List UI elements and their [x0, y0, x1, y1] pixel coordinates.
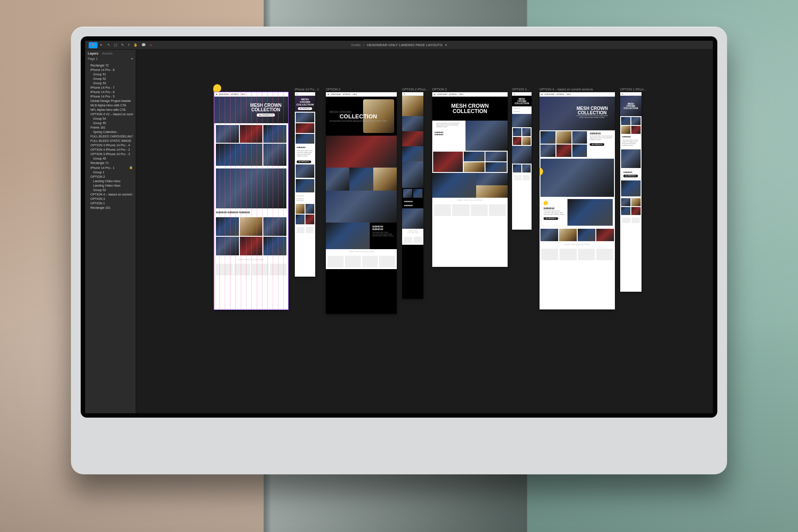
- imac-monitor: ▾ ↖ ▢ ✎ T ✋ 💬 ⟡ Drafts / HEADWEAR ONLY L…: [71, 27, 727, 474]
- layer-row[interactable]: iPhone 14 Pro - 1🔒: [88, 165, 133, 170]
- breadcrumb-folder[interactable]: Drafts: [351, 43, 360, 47]
- layer-row[interactable]: iPhone 14 Pro - 6: [88, 90, 133, 94]
- layer-row[interactable]: Rectangle 72: [88, 63, 133, 67]
- tab-assets[interactable]: Assets: [102, 51, 113, 55]
- page-selector[interactable]: Page 1▾: [88, 57, 133, 61]
- layer-row[interactable]: OPTION 4 iPhone 14 Pro - 2: [88, 148, 133, 152]
- artboard-label[interactable]: OPTION 3…: [512, 88, 530, 91]
- imac-chin: [71, 418, 727, 474]
- layer-row[interactable]: Group 45: [88, 156, 133, 160]
- figma-logo-icon: [91, 43, 95, 47]
- mock-hero: MESH CROWN COLLECTION ALL PRODUCTS: [214, 97, 288, 123]
- svg-rect-0: [92, 43, 94, 44]
- figma-titlebar: ▾ ↖ ▢ ✎ T ✋ 💬 ⟡ Drafts / HEADWEAR ONLY L…: [85, 41, 713, 50]
- layer-row[interactable]: FULL BLEED CAROUSEL/AUTO ROTATE: [88, 134, 133, 138]
- artboard-label[interactable]: OPTION 3: [432, 88, 447, 91]
- artboard-option-3-mobile[interactable]: ◆ MESH CROWNCOLLECTION SUBHEAD SUBHEAD: [512, 92, 532, 230]
- layer-row[interactable]: Group 1: [88, 170, 133, 174]
- artboard-option-4[interactable]: ◆HEADWEARAPPARELSALE MESH CROWN COLLECTI…: [540, 92, 615, 309]
- artboard-label[interactable]: OPTION 2 iPhon…: [402, 88, 429, 91]
- layer-row[interactable]: iPhone 14 Pro - 5: [88, 94, 133, 98]
- layer-row[interactable]: Frame 181: [88, 125, 133, 129]
- tab-layers[interactable]: Layers: [88, 51, 98, 55]
- layer-row[interactable]: Rectangle 101: [88, 206, 133, 210]
- layer-row[interactable]: Rectangle 71: [88, 161, 133, 165]
- artboard-option-2-mobile[interactable]: ◆ SUBHEAD SUBHEAD SHOP THE COLLECTION: [402, 92, 423, 299]
- mock-nav: ◆HEADWEARAPPARELSALE: [214, 92, 288, 97]
- artboard-option-4-mobile[interactable]: ◆ MESH CROWNCOLLECTION SUBHEAD Lorem ips…: [620, 92, 642, 292]
- layer-row[interactable]: Group 52: [88, 77, 133, 81]
- toolbar-tools: ↖ ▢ ✎ T ✋ 💬 ⟡: [107, 43, 152, 47]
- layer-row[interactable]: OPTION 2: [88, 175, 133, 179]
- layer-row[interactable]: OPTION 1: [88, 201, 133, 205]
- layer-row[interactable]: Group 54: [88, 117, 133, 121]
- hand-tool-icon[interactable]: ✋: [133, 43, 138, 47]
- mock-full-image: [216, 168, 286, 208]
- comment-tool-icon[interactable]: 💬: [141, 43, 146, 47]
- file-name[interactable]: HEADWEAR ONLY LANDING PAGE LAYOUTS: [367, 43, 442, 47]
- svg-rect-1: [93, 43, 94, 44]
- comment-pin[interactable]: [213, 84, 222, 93]
- layer-row[interactable]: iPhone 14 Pro - 7: [88, 86, 133, 90]
- layer-row[interactable]: Group 51: [88, 72, 133, 76]
- screen-bezel: ▾ ↖ ▢ ✎ T ✋ 💬 ⟡ Drafts / HEADWEAR ONLY L…: [81, 36, 717, 418]
- svg-rect-2: [92, 44, 94, 46]
- text-tool-icon[interactable]: T: [128, 43, 130, 47]
- figma-window: ▾ ↖ ▢ ✎ T ✋ 💬 ⟡ Drafts / HEADWEAR ONLY L…: [85, 41, 713, 413]
- layer-row[interactable]: MLB Alpha Hero with CTA: [88, 103, 133, 107]
- dev-tool-icon[interactable]: ⟡: [149, 43, 152, 47]
- file-breadcrumb[interactable]: Drafts / HEADWEAR ONLY LANDING PAGE LAYO…: [351, 43, 447, 47]
- artboard-label[interactable]: OPTION 1 iPhon…: [620, 88, 647, 91]
- layer-row[interactable]: OPTION 3 iPhone 14 Pro - 4: [88, 143, 133, 147]
- frame-tool-icon[interactable]: ▢: [114, 43, 117, 47]
- chevron-down-icon[interactable]: ▾: [445, 43, 447, 47]
- pen-tool-icon[interactable]: ✎: [121, 43, 124, 47]
- layer-row[interactable]: Landing Video Hero: [88, 179, 133, 183]
- layer-row[interactable]: Global Design Project header: [88, 99, 133, 103]
- layer-row[interactable]: OPTION 4 – based on current sections: [88, 192, 133, 196]
- layers-list: Rectangle 72iPhone 14 Pro - 8Group 51Gro…: [88, 63, 133, 210]
- chevron-down-icon[interactable]: ▾: [100, 43, 102, 47]
- layer-row[interactable]: OPTION 3: [88, 197, 133, 201]
- figma-menu-button[interactable]: [89, 42, 98, 48]
- panel-tabs: Layers Assets: [88, 51, 133, 55]
- layer-row[interactable]: Group 55: [88, 121, 133, 125]
- left-panel: Layers Assets Page 1▾ Rectangle 72iPhone…: [85, 50, 136, 413]
- artboard-label[interactable]: OPTION 2: [326, 88, 340, 91]
- artboard-label[interactable]: iPhone 14 Pro - 1: [295, 88, 319, 91]
- svg-rect-4: [92, 45, 94, 47]
- layer-row[interactable]: Landing Video Hero: [88, 184, 133, 188]
- layer-row[interactable]: FULL BLEED STATIC IMAGE: [88, 139, 133, 143]
- layer-row[interactable]: Group 52: [88, 188, 133, 192]
- move-tool-icon[interactable]: ↖: [107, 43, 110, 47]
- layer-row[interactable]: OPTION 4 V2 – based on current secti…: [88, 112, 133, 116]
- artboard-option-1[interactable]: ◆HEADWEARAPPARELSALE MESH CROWN COLLECTI…: [214, 92, 288, 309]
- layer-row[interactable]: Spring Collection -: [88, 130, 133, 134]
- layer-row[interactable]: OPTION 3 iPhone 14 Pro - 3: [88, 152, 133, 156]
- canvas[interactable]: ◆HEADWEARAPPARELSALE MESH CROWN COLLECTI…: [136, 50, 713, 413]
- svg-point-3: [93, 44, 94, 46]
- artboard-option-3[interactable]: ◆HEADWEARAPPARELSALE MESH CROWNCOLLECTIO…: [432, 92, 508, 267]
- layer-row[interactable]: Group 53: [88, 81, 133, 85]
- artboard-option-2[interactable]: ◆HEADWEARAPPARELSALE MESH CROWN COLLECTI…: [326, 92, 397, 314]
- layer-row[interactable]: NFL Alpha Hero with CTA: [88, 108, 133, 112]
- artboard-option-1-mobile[interactable]: ◆ MESH CROWNCOLLECTIONALL PRODUCTS SUBHE…: [295, 92, 315, 277]
- artboard-label[interactable]: OPTION 4 – based on current sections: [540, 88, 593, 91]
- chevron-down-icon: ▾: [131, 57, 133, 61]
- layer-row[interactable]: iPhone 14 Pro - 8: [88, 68, 133, 72]
- mock-subhead: SUBHEAD SUBHEAD SUBHEAD: [214, 209, 288, 215]
